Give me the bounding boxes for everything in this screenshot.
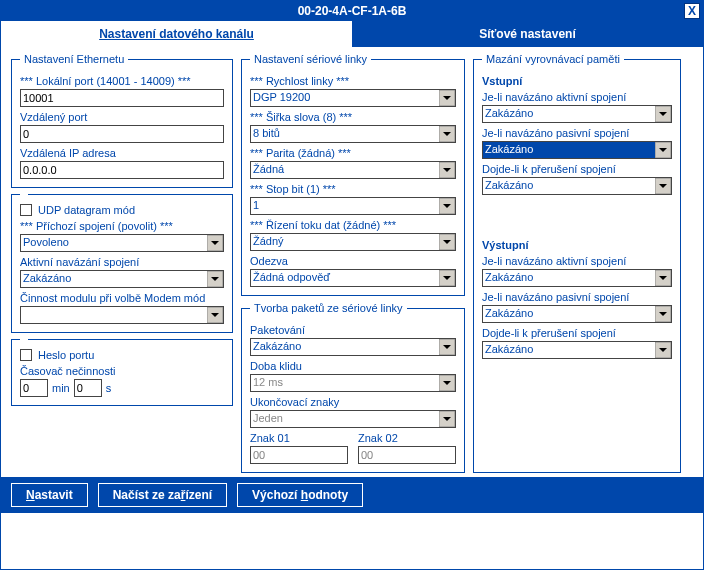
port-password-checkbox[interactable]	[20, 349, 32, 361]
remote-port-input[interactable]	[20, 125, 224, 143]
char2-input[interactable]	[358, 446, 456, 464]
char2-label: Znak 02	[358, 432, 456, 444]
stop-label: *** Stop bit (1) ***	[250, 183, 456, 195]
window-title: 00-20-4A-CF-1A-6B	[298, 4, 407, 18]
remote-ip-input[interactable]	[20, 161, 224, 179]
in-break-select[interactable]: Zakázáno	[482, 177, 672, 195]
legend-serial: Nastavení sériové linky	[250, 53, 371, 65]
group-serial: Nastavení sériové linky *** Rychlost lin…	[241, 53, 465, 296]
flow-select[interactable]: Žádný	[250, 233, 456, 251]
idle-min-input[interactable]	[20, 379, 48, 397]
window: 00-20-4A-CF-1A-6B X Nastavení datového k…	[0, 0, 704, 570]
stop-select[interactable]: 1	[250, 197, 456, 215]
modem-mode-label: Činnost modulu při volbě Modem mód	[20, 292, 224, 304]
read-button[interactable]: Načíst ze zařízení	[98, 483, 227, 507]
flush-in-heading: Vstupní	[482, 75, 672, 87]
group-ethernet-3: Heslo portu Časovač nečinnosti min s	[11, 339, 233, 406]
out-passive-select[interactable]: Zakázáno	[482, 305, 672, 323]
group-ethernet: Nastavení Ethernetu *** Lokální port (14…	[11, 53, 233, 188]
packet-idle-select[interactable]: 12 ms	[250, 374, 456, 392]
speed-label: *** Rychlost linky ***	[250, 75, 456, 87]
local-port-label: *** Lokální port (14001 - 14009) ***	[20, 75, 224, 87]
incoming-select[interactable]: Povoleno	[20, 234, 224, 252]
group-packet: Tvorba paketů ze sériové linky Paketován…	[241, 302, 465, 473]
legend-packet: Tvorba paketů ze sériové linky	[250, 302, 407, 314]
remote-ip-label: Vzdálená IP adresa	[20, 147, 224, 159]
out-break-label: Dojde-li k přerušení spojení	[482, 327, 672, 339]
response-select[interactable]: Žádná odpověď	[250, 269, 456, 287]
remote-port-label: Vzdálený port	[20, 111, 224, 123]
tabs: Nastavení datového kanálu Síťové nastave…	[1, 21, 703, 47]
flush-out-heading: Výstupní	[482, 239, 672, 251]
packet-label: Paketování	[250, 324, 456, 336]
udp-label: UDP datagram mód	[38, 204, 135, 216]
endchars-select[interactable]: Jeden	[250, 410, 456, 428]
char1-input[interactable]	[250, 446, 348, 464]
group-flush: Mazání vyrovnávací paměti Vstupní Je-li …	[473, 53, 681, 473]
idle-timer-label: Časovač nečinnosti	[20, 365, 224, 377]
width-label: *** Šiřka slova (8) ***	[250, 111, 456, 123]
out-active-select[interactable]: Zakázáno	[482, 269, 672, 287]
active-conn-label: Aktivní navázání spojení	[20, 256, 224, 268]
in-active-select[interactable]: Zakázáno	[482, 105, 672, 123]
endchars-label: Ukončovací znaky	[250, 396, 456, 408]
idle-sec-input[interactable]	[74, 379, 102, 397]
group-ethernet-2: UDP datagram mód *** Příchozí spojení (p…	[11, 194, 233, 333]
legend-flush: Mazání vyrovnávací paměti	[482, 53, 624, 65]
udp-checkbox[interactable]	[20, 204, 32, 216]
button-bar: Nastavit Načíst ze zařízení Výchozí hodn…	[1, 477, 703, 513]
out-break-select[interactable]: Zakázáno	[482, 341, 672, 359]
width-select[interactable]: 8 bitů	[250, 125, 456, 143]
idle-min-unit: min	[52, 382, 70, 394]
idle-sec-unit: s	[106, 382, 112, 394]
local-port-input[interactable]	[20, 89, 224, 107]
packet-idle-label: Doba klidu	[250, 360, 456, 372]
titlebar: 00-20-4A-CF-1A-6B X	[1, 1, 703, 21]
active-conn-select[interactable]: Zakázáno	[20, 270, 224, 288]
in-passive-label: Je-li navázáno pasivní spojení	[482, 127, 672, 139]
out-active-label: Je-li navázáno aktivní spojení	[482, 255, 672, 267]
modem-mode-select[interactable]	[20, 306, 224, 324]
set-button[interactable]: Nastavit	[11, 483, 88, 507]
speed-select[interactable]: DGP 19200	[250, 89, 456, 107]
flow-label: *** Řízení toku dat (žádné) ***	[250, 219, 456, 231]
char1-label: Znak 01	[250, 432, 348, 444]
parity-select[interactable]: Žádná	[250, 161, 456, 179]
in-active-label: Je-li navázáno aktivní spojení	[482, 91, 672, 103]
content: Nastavení Ethernetu *** Lokální port (14…	[1, 47, 703, 477]
out-passive-label: Je-li navázáno pasivní spojení	[482, 291, 672, 303]
response-label: Odezva	[250, 255, 456, 267]
parity-label: *** Parita (žádná) ***	[250, 147, 456, 159]
tab-network[interactable]: Síťové nastavení	[352, 21, 703, 47]
in-passive-select[interactable]: Zakázáno	[482, 141, 672, 159]
tab-data-channel[interactable]: Nastavení datového kanálu	[1, 21, 352, 47]
packet-select[interactable]: Zakázáno	[250, 338, 456, 356]
in-break-label: Dojde-li k přerušení spojení	[482, 163, 672, 175]
defaults-button[interactable]: Výchozí hodnoty	[237, 483, 363, 507]
incoming-label: *** Příchozí spojení (povolit) ***	[20, 220, 224, 232]
legend-ethernet: Nastavení Ethernetu	[20, 53, 128, 65]
close-button[interactable]: X	[684, 3, 700, 19]
port-password-label: Heslo portu	[38, 349, 94, 361]
